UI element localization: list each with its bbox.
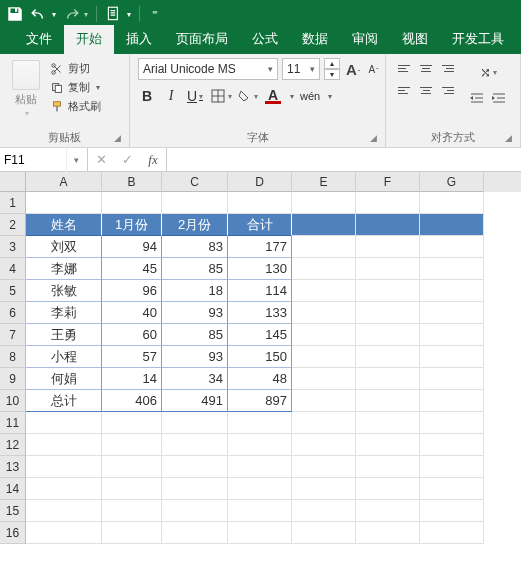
cell[interactable]: 897 bbox=[228, 390, 292, 412]
select-all-corner[interactable] bbox=[0, 172, 26, 192]
new-doc-icon[interactable] bbox=[105, 5, 123, 23]
font-dialog-launcher[interactable]: ◢ bbox=[370, 133, 377, 143]
cell[interactable] bbox=[292, 324, 356, 346]
cell[interactable]: 李莉 bbox=[26, 302, 102, 324]
cell[interactable]: 刘双 bbox=[26, 236, 102, 258]
font-size-stepper[interactable]: ▴▾ bbox=[324, 58, 340, 80]
cell[interactable] bbox=[420, 258, 484, 280]
name-box-input[interactable] bbox=[0, 153, 66, 167]
insert-function-button[interactable]: fx bbox=[140, 152, 166, 168]
row-header-2[interactable]: 2 bbox=[0, 214, 26, 236]
cell[interactable] bbox=[162, 478, 228, 500]
column-headers[interactable]: ABCDEFG bbox=[26, 172, 521, 192]
row-header-6[interactable]: 6 bbox=[0, 302, 26, 324]
cell[interactable] bbox=[102, 478, 162, 500]
cell[interactable]: 60 bbox=[102, 324, 162, 346]
cell[interactable]: 李娜 bbox=[26, 258, 102, 280]
font-size-select[interactable]: 11 bbox=[282, 58, 320, 80]
paste-dropdown[interactable]: ▾ bbox=[25, 109, 29, 118]
cell[interactable] bbox=[420, 280, 484, 302]
cell[interactable] bbox=[102, 412, 162, 434]
cell[interactable]: 150 bbox=[228, 346, 292, 368]
tab-data[interactable]: 数据 bbox=[290, 25, 340, 54]
cells-area[interactable]: 姓名1月份2月份合计刘双9483177李娜4585130张敏9618114李莉4… bbox=[26, 192, 521, 544]
cell[interactable]: 85 bbox=[162, 324, 228, 346]
cell[interactable]: 94 bbox=[102, 236, 162, 258]
grow-font-button[interactable]: Aˆ bbox=[344, 61, 363, 78]
increase-indent-button[interactable] bbox=[490, 88, 508, 108]
cell[interactable] bbox=[420, 500, 484, 522]
cell[interactable]: 总计 bbox=[26, 390, 102, 412]
underline-button[interactable]: U▾ bbox=[186, 86, 204, 106]
cell[interactable] bbox=[102, 522, 162, 544]
phonetic-dropdown[interactable]: ▾ bbox=[328, 92, 332, 101]
cell[interactable] bbox=[162, 500, 228, 522]
cell[interactable] bbox=[420, 390, 484, 412]
tab-file[interactable]: 文件 bbox=[14, 25, 64, 54]
cell[interactable]: 40 bbox=[102, 302, 162, 324]
cell[interactable] bbox=[26, 412, 102, 434]
tab-page-layout[interactable]: 页面布局 bbox=[164, 25, 240, 54]
formula-input[interactable] bbox=[167, 148, 521, 171]
phonetic-button[interactable]: wén bbox=[300, 86, 320, 106]
cell[interactable] bbox=[420, 434, 484, 456]
orientation-button[interactable]: ⤭▾ bbox=[468, 62, 508, 82]
cell[interactable]: 93 bbox=[162, 346, 228, 368]
cell[interactable] bbox=[420, 346, 484, 368]
cell[interactable] bbox=[356, 214, 420, 236]
cell[interactable] bbox=[356, 500, 420, 522]
col-header-G[interactable]: G bbox=[420, 172, 484, 192]
row-header-11[interactable]: 11 bbox=[0, 412, 26, 434]
cell[interactable] bbox=[420, 192, 484, 214]
cell[interactable] bbox=[356, 324, 420, 346]
cell[interactable] bbox=[292, 522, 356, 544]
row-header-7[interactable]: 7 bbox=[0, 324, 26, 346]
redo-icon[interactable] bbox=[62, 5, 80, 23]
cell[interactable] bbox=[420, 368, 484, 390]
cell[interactable] bbox=[292, 258, 356, 280]
undo-dropdown[interactable]: ▾ bbox=[52, 10, 56, 19]
cell[interactable] bbox=[356, 258, 420, 280]
cell[interactable]: 177 bbox=[228, 236, 292, 258]
cell[interactable] bbox=[102, 500, 162, 522]
cell[interactable]: 1月份 bbox=[102, 214, 162, 236]
cell[interactable]: 14 bbox=[102, 368, 162, 390]
cancel-button[interactable]: ✕ bbox=[88, 152, 114, 167]
cell[interactable] bbox=[356, 368, 420, 390]
cell[interactable]: 合计 bbox=[228, 214, 292, 236]
cell[interactable]: 145 bbox=[228, 324, 292, 346]
cell[interactable]: 48 bbox=[228, 368, 292, 390]
col-header-A[interactable]: A bbox=[26, 172, 102, 192]
cell[interactable] bbox=[162, 192, 228, 214]
alignment-dialog-launcher[interactable]: ◢ bbox=[505, 133, 512, 143]
paste-button[interactable]: 粘贴 ▾ bbox=[8, 58, 44, 120]
cell[interactable]: 57 bbox=[102, 346, 162, 368]
cell[interactable] bbox=[102, 434, 162, 456]
cell[interactable] bbox=[292, 214, 356, 236]
cell[interactable] bbox=[228, 522, 292, 544]
cell[interactable] bbox=[356, 346, 420, 368]
cell[interactable] bbox=[162, 412, 228, 434]
row-header-12[interactable]: 12 bbox=[0, 434, 26, 456]
cell[interactable] bbox=[26, 434, 102, 456]
row-header-13[interactable]: 13 bbox=[0, 456, 26, 478]
align-left[interactable] bbox=[394, 80, 414, 100]
col-header-C[interactable]: C bbox=[162, 172, 228, 192]
align-top[interactable] bbox=[394, 58, 414, 78]
cell[interactable]: 张敏 bbox=[26, 280, 102, 302]
cell[interactable] bbox=[26, 456, 102, 478]
cell[interactable] bbox=[228, 434, 292, 456]
col-header-B[interactable]: B bbox=[102, 172, 162, 192]
cell[interactable] bbox=[292, 434, 356, 456]
cell[interactable] bbox=[26, 500, 102, 522]
row-header-5[interactable]: 5 bbox=[0, 280, 26, 302]
cell[interactable]: 114 bbox=[228, 280, 292, 302]
cell[interactable]: 45 bbox=[102, 258, 162, 280]
cell[interactable] bbox=[356, 302, 420, 324]
format-painter-button[interactable]: 格式刷 bbox=[48, 98, 103, 115]
cell[interactable] bbox=[292, 302, 356, 324]
redo-dropdown[interactable]: ▾ bbox=[84, 10, 88, 19]
name-box[interactable]: ▾ bbox=[0, 148, 88, 171]
copy-button[interactable]: 复制▾ bbox=[48, 79, 103, 96]
cut-button[interactable]: 剪切 bbox=[48, 60, 103, 77]
